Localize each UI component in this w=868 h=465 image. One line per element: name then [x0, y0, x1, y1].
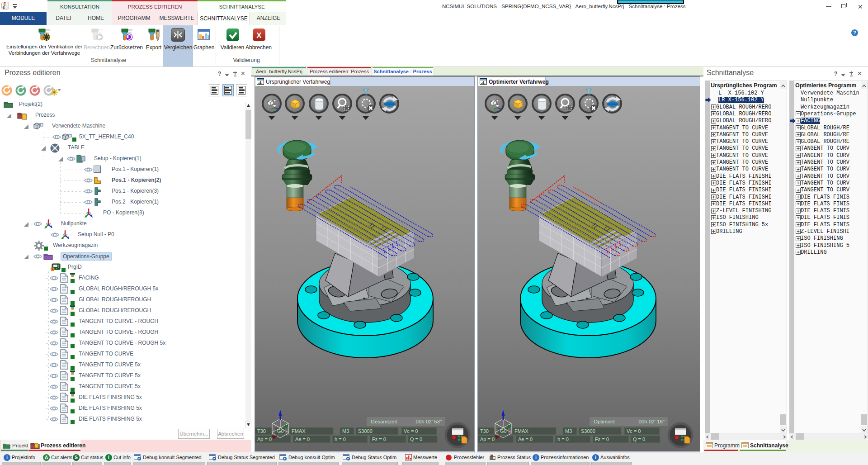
svg-text:00h 02' 16": 00h 02' 16" [639, 419, 665, 424]
svg-text:h = 0: h = 0 [335, 437, 346, 442]
svg-text:S3000: S3000 [581, 428, 595, 434]
svg-text:Ae = 0: Ae = 0 [518, 437, 533, 442]
svg-text:M3: M3 [565, 428, 572, 434]
svg-text:X: X [256, 31, 262, 40]
svg-text:T30: T30 [480, 428, 489, 434]
svg-text:Fz = 0: Fz = 0 [595, 437, 609, 442]
svg-text:Vc = 0: Vc = 0 [404, 428, 418, 434]
svg-text:FMAX: FMAX [292, 428, 306, 434]
svg-text:Gesamtzeit: Gesamtzeit [371, 419, 397, 424]
svg-text:Q = 0: Q = 0 [410, 437, 422, 442]
svg-text:Ae = 0: Ae = 0 [295, 437, 310, 442]
svg-text:S3000: S3000 [358, 428, 373, 434]
svg-text:M3: M3 [342, 428, 349, 434]
svg-text:Q = 0: Q = 0 [633, 437, 645, 442]
svg-text:Fz = 0: Fz = 0 [372, 437, 386, 442]
svg-text:FMAX: FMAX [514, 428, 528, 434]
svg-text:Ap = 0: Ap = 0 [480, 437, 495, 442]
svg-text:Ap = 0: Ap = 0 [257, 437, 272, 442]
svg-text:Vc = 0: Vc = 0 [627, 428, 641, 434]
svg-text:T30: T30 [257, 428, 266, 434]
svg-text:00h 02' 53": 00h 02' 53" [416, 419, 442, 424]
svg-text:Optimiert: Optimiert [594, 419, 615, 424]
svg-text:h = 0: h = 0 [557, 437, 569, 442]
